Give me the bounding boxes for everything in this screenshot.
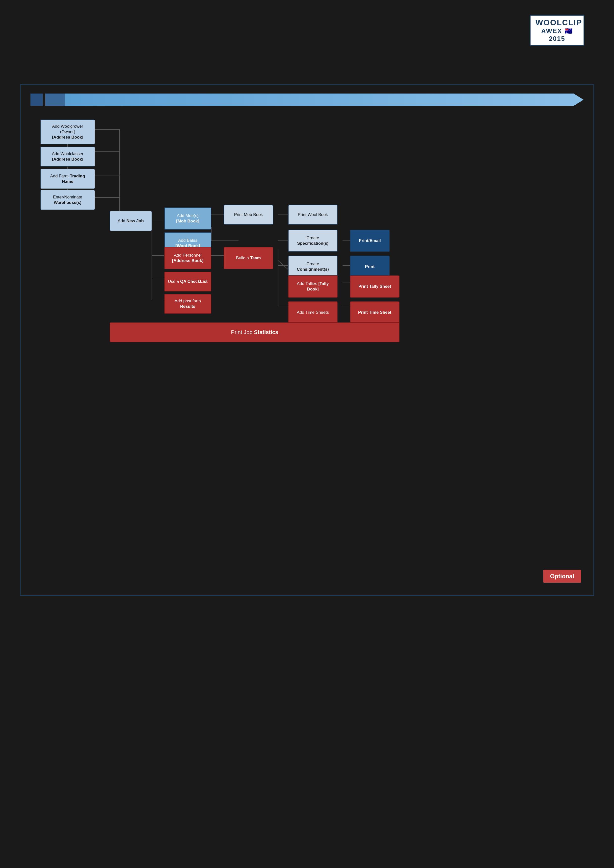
optional-badge: Optional — [543, 570, 581, 583]
build-team-box[interactable]: Build a Team — [224, 247, 273, 269]
print-email-box[interactable]: Print/Email — [350, 229, 390, 252]
enter-warehouse-label: Enter/NominateWarehouse(s) — [53, 194, 82, 205]
print-tally-sheet-label: Print Tally Sheet — [358, 284, 391, 289]
optional-label: Optional — [550, 573, 574, 580]
add-mobs-box[interactable]: Add Mob(s)[Mob Book] — [164, 207, 211, 229]
logo-line1: WOOLCLIP — [535, 18, 578, 27]
add-time-sheets-box[interactable]: Add Time Sheets — [288, 301, 337, 324]
workflow-area: Add Woolgrower(Owner)[Address Book] Add … — [25, 115, 589, 590]
logo-container: WOOLCLIP AWEX 🇦🇺 2015 — [530, 15, 584, 46]
add-time-sheets-label: Add Time Sheets — [297, 310, 329, 315]
arrow-square1 — [31, 93, 43, 106]
main-diagram: Add Woolgrower(Owner)[Address Book] Add … — [20, 84, 594, 596]
create-spec-box[interactable]: CreateSpecification(s) — [288, 229, 337, 252]
add-tallies-label: Add Tallies [TallyBook] — [297, 281, 329, 292]
print-job-stats-label: Print Job Statistics — [231, 329, 278, 336]
add-woolgrower-label: Add Woolgrower(Owner)[Address Book] — [52, 124, 84, 140]
logo-line2: AWEX 🇦🇺 2015 — [535, 27, 578, 43]
add-new-job-label: Add New Job — [118, 218, 144, 224]
print-wool-book-box[interactable]: Print Wool Book — [288, 205, 337, 225]
print-job-stats-box[interactable]: Print Job Statistics — [110, 322, 399, 342]
create-consignment-box[interactable]: CreateConsignment(s) — [288, 256, 337, 278]
create-consignment-label: CreateConsignment(s) — [297, 261, 329, 272]
print-time-sheet-label: Print Time Sheet — [358, 310, 391, 315]
use-qa-box[interactable]: Use a QA CheckList — [164, 272, 211, 291]
add-personnel-box[interactable]: Add Personnel[Address Book] — [164, 247, 211, 269]
arrow-square2 — [45, 93, 65, 106]
print-time-sheet-box[interactable]: Print Time Sheet — [350, 301, 399, 324]
add-woolgrower-box[interactable]: Add Woolgrower(Owner)[Address Book] — [40, 119, 95, 144]
print-email-label: Print/Email — [359, 238, 381, 243]
arrow-shape — [65, 93, 583, 106]
add-farm-trading-label: Add Farm TradingName — [50, 174, 85, 184]
print-consignment-label: Print — [365, 264, 375, 270]
add-tallies-box[interactable]: Add Tallies [TallyBook] — [288, 275, 337, 298]
connector-lines — [25, 115, 589, 590]
build-team-label: Build a Team — [236, 255, 261, 261]
add-new-job-box[interactable]: Add New Job — [110, 211, 152, 231]
print-wool-book-label: Print Wool Book — [298, 212, 328, 217]
add-farm-trading-box[interactable]: Add Farm TradingName — [40, 169, 95, 189]
create-spec-label: CreateSpecification(s) — [297, 235, 329, 246]
print-tally-sheet-box[interactable]: Print Tally Sheet — [350, 275, 399, 298]
use-qa-label: Use a QA CheckList — [168, 279, 208, 284]
add-woolclasser-box[interactable]: Add Woolclasser[Address Book] — [40, 147, 95, 166]
add-post-farm-box[interactable]: Add post farmResults — [164, 294, 211, 314]
add-post-farm-label: Add post farmResults — [175, 298, 201, 309]
print-mob-book-label: Print Mob Book — [234, 212, 263, 217]
add-woolclasser-label: Add Woolclasser[Address Book] — [52, 151, 83, 162]
arrow-bar — [31, 92, 583, 107]
print-consignment-box[interactable]: Print — [350, 256, 390, 278]
add-mobs-label: Add Mob(s)[Mob Book] — [176, 213, 199, 224]
print-mob-book-box[interactable]: Print Mob Book — [224, 205, 273, 225]
enter-warehouse-box[interactable]: Enter/NominateWarehouse(s) — [40, 190, 95, 210]
add-personnel-label: Add Personnel[Address Book] — [172, 253, 204, 264]
